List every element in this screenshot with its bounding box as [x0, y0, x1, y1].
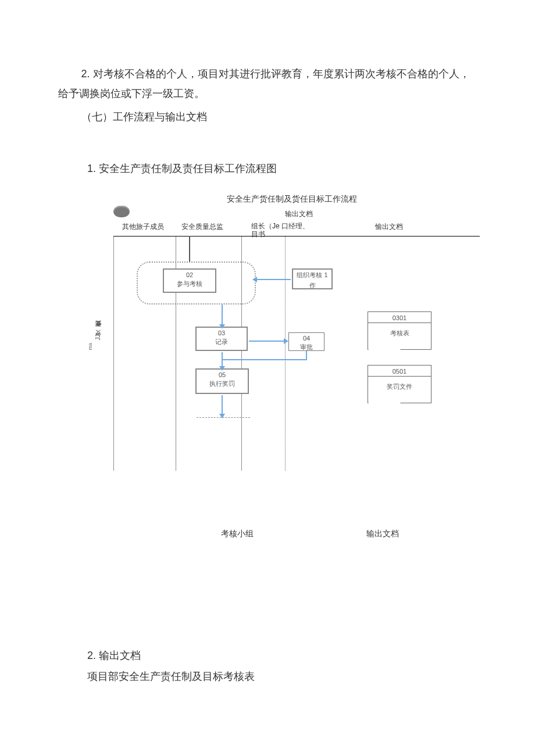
dashed-terminator — [197, 417, 250, 418]
bottom-label-left: 考核小组 — [221, 529, 254, 539]
doc-0301-num: 0301 — [368, 312, 431, 323]
arrow-02-to-03-v — [222, 304, 223, 325]
diagram-output-label-top: 输出文档 — [285, 209, 313, 219]
lane-header-2: 安全质量总监 — [181, 222, 223, 232]
arrow-start-v — [189, 236, 190, 261]
lane-divider-0 — [113, 236, 114, 471]
doc-0301-label: 考核表 — [368, 323, 431, 347]
document-page: 2. 对考核不合格的个人，项目对其进行批评教育，年度累计两次考核不合格的个人，给… — [0, 0, 535, 710]
arrow-03-to-04-h — [249, 341, 285, 342]
box-02-num: 02 — [164, 271, 215, 278]
diagram-title: 安全生产货任制及货任目标工作流程 — [227, 194, 357, 205]
process-box-03: 03 记录 — [195, 327, 248, 351]
process-box-05: 05 执行奖罚 — [195, 368, 249, 394]
process-box-02: 02 参与考核 — [163, 268, 216, 293]
lane-header-3a: 组长（Je 口经理、 — [251, 222, 309, 230]
box-01-label-a: 组织考核 1 — [293, 271, 331, 280]
document-box-0301: 0301 考核表 — [368, 311, 431, 350]
side-vertical-text-2: ma — [87, 343, 93, 350]
box-04-num: 04 — [289, 335, 324, 342]
arrow-01-to-02-h — [256, 279, 291, 280]
section-2-output: 2. 输出文档 项目部安全生产责任制及目标考核表 — [87, 645, 477, 687]
rule-top — [113, 236, 480, 237]
box-05-label: 执行奖罚 — [197, 379, 248, 388]
doc-0501-label: 奖罚文件 — [368, 377, 431, 400]
arrowhead-03-to-04 — [284, 338, 288, 344]
lane-divider-3-dotted — [285, 236, 286, 471]
process-box-04: 04 审批 — [288, 332, 324, 351]
arrow-03-to-05-v — [222, 352, 223, 367]
box-02-label: 参与考核 — [164, 280, 215, 288]
logo-badge-icon — [113, 206, 130, 217]
lane-header-4: 愉出文档 — [375, 222, 403, 232]
document-box-0501: 0501 奖罚文件 — [368, 365, 431, 403]
lane-header-3b: 目书 — [251, 230, 265, 238]
lane-header-1: 其他旅子成员 — [122, 222, 164, 232]
box-05-num: 05 — [197, 371, 248, 378]
arrow-04-back-h — [222, 359, 307, 360]
side-vertical-text: 安JJt 生文任弼支 — [94, 331, 102, 341]
section-2-line: 项目部安全生产责任制及目标考核表 — [87, 666, 477, 687]
arrow-04-down-v — [306, 351, 307, 359]
process-box-01: 组织考核 1 作 — [292, 268, 333, 289]
doc-0501-num: 0501 — [368, 366, 431, 377]
paragraph-2: 2. 对考核不合格的个人，项目对其进行批评教育，年度累计两次考核不合格的个人，给… — [58, 64, 477, 103]
arrow-05-down-v — [222, 395, 223, 415]
flowchart-figure: 安全生产货任制及货任目标工作流程 输出文档 其他旅子成员 安全质量总监 组长（J… — [81, 192, 512, 517]
box-04-label: 审批 — [289, 343, 324, 352]
box-03-label: 记录 — [197, 338, 247, 346]
section-7-heading: （七）工作流程与输出文档 — [58, 106, 477, 129]
box-03-num: 03 — [197, 329, 247, 336]
arrowhead-01-to-02 — [252, 277, 257, 282]
arrowhead-02-to-03 — [219, 324, 225, 329]
arrowhead-to-05 — [219, 366, 225, 371]
flow-heading: 1. 安全生产责任制及责任目标工作流程图 — [87, 162, 477, 175]
section-2-title: 2. 输出文档 — [87, 645, 477, 666]
box-01-label-b: 作 — [293, 281, 331, 290]
bottom-label-right: 输出文档 — [366, 529, 399, 539]
